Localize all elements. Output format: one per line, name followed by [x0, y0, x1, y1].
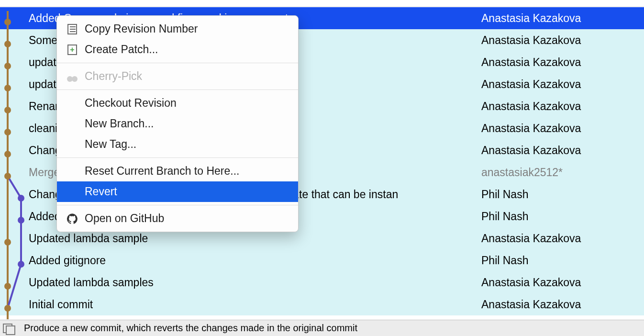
blank-icon	[66, 97, 79, 110]
window-icon[interactable]	[3, 324, 14, 333]
commit-author: Phil Nash	[481, 210, 644, 223]
menu-reset-branch[interactable]: Reset Current Branch to Here...	[57, 161, 298, 181]
commit-author: Anastasia Kazakova	[481, 56, 644, 69]
commit-row[interactable]: Initial commitAnastasia Kazakova	[0, 293, 644, 315]
menu-revert[interactable]: Revert	[57, 181, 298, 202]
commit-author: anastasiak2512*	[481, 166, 644, 179]
commit-row[interactable]: Added gitignorePhil Nash	[0, 249, 644, 271]
commit-author: Phil Nash	[481, 254, 644, 267]
menu-item-label: Reset Current Branch to Here...	[85, 165, 289, 178]
menu-separator	[57, 90, 298, 90]
commit-author: Anastasia Kazakova	[481, 12, 644, 25]
patch-icon: +	[66, 43, 79, 56]
menu-new-tag[interactable]: New Tag...	[57, 134, 298, 155]
commit-author: Phil Nash	[481, 188, 644, 201]
menu-item-label: New Branch...	[85, 117, 289, 130]
document-icon	[66, 22, 79, 36]
blank-icon	[66, 117, 79, 131]
cherry-icon	[66, 70, 79, 83]
menu-create-patch[interactable]: + Create Patch...	[57, 39, 298, 60]
menu-new-branch[interactable]: New Branch...	[57, 113, 298, 134]
commit-author: Anastasia Kazakova	[481, 100, 644, 113]
menu-item-label: Cherry-Pick	[85, 70, 289, 83]
commit-message: Updated lambda sample	[0, 232, 481, 245]
commit-author: Anastasia Kazakova	[481, 144, 644, 157]
menu-checkout-revision[interactable]: Checkout Revision	[57, 93, 298, 113]
commit-message: Updated lambda samples	[0, 276, 481, 289]
context-menu: Copy Revision Number + Create Patch... C…	[56, 15, 299, 232]
menu-item-label: Checkout Revision	[85, 97, 289, 110]
commit-author: Anastasia Kazakova	[481, 78, 644, 91]
github-icon	[66, 212, 79, 225]
commit-message: Added gitignore	[0, 254, 481, 267]
commit-author: Anastasia Kazakova	[481, 232, 644, 245]
status-bar: Produce a new commit, which reverts the …	[0, 320, 644, 336]
menu-separator	[57, 157, 298, 158]
commit-author: Anastasia Kazakova	[481, 276, 644, 289]
commit-message: Initial commit	[0, 298, 481, 311]
menu-item-label: New Tag...	[85, 138, 289, 151]
menu-open-github[interactable]: Open on GitHub	[57, 208, 298, 229]
menu-item-label: Revert	[85, 185, 289, 198]
status-text: Produce a new commit, which reverts the …	[24, 323, 357, 334]
commit-row[interactable]: Updated lambda samplesAnastasia Kazakova	[0, 271, 644, 293]
menu-separator	[57, 205, 298, 205]
menu-separator	[57, 63, 298, 63]
commit-author: Anastasia Kazakova	[481, 122, 644, 135]
menu-cherry-pick: Cherry-Pick	[57, 66, 298, 87]
top-spacer	[0, 0, 644, 7]
menu-item-label: Copy Revision Number	[85, 22, 289, 35]
commit-author: Anastasia Kazakova	[481, 298, 644, 311]
menu-item-label: Open on GitHub	[85, 212, 289, 225]
menu-copy-revision[interactable]: Copy Revision Number	[57, 19, 298, 39]
blank-icon	[66, 138, 79, 151]
blank-icon	[66, 185, 79, 199]
menu-item-label: Create Patch...	[85, 43, 289, 56]
blank-icon	[66, 165, 79, 178]
commit-author: Anastasia Kazakova	[481, 34, 644, 47]
